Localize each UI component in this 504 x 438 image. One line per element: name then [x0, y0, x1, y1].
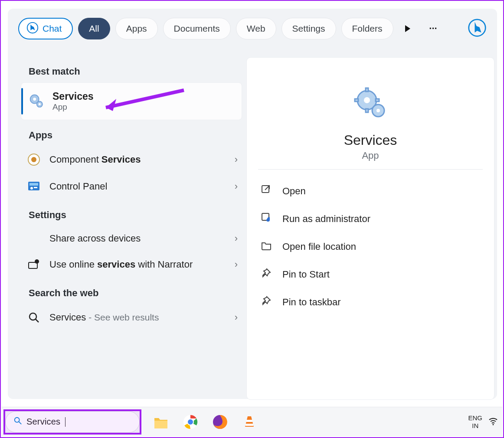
svg-rect-9: [29, 183, 38, 186]
group-best-match: Best match: [29, 66, 242, 77]
action-run-admin[interactable]: Run as administrator: [258, 207, 483, 231]
svg-point-13: [35, 259, 39, 264]
tab-documents[interactable]: Documents: [163, 18, 231, 39]
narrator-icon: [26, 258, 42, 271]
shield-icon: [261, 212, 272, 226]
apps-result-control-panel[interactable]: Control Panel ›: [21, 173, 242, 200]
action-open[interactable]: Open: [258, 179, 483, 203]
settings-result-share-devices[interactable]: Share across devices ›: [21, 226, 242, 251]
tab-all[interactable]: All: [78, 18, 110, 39]
svg-rect-20: [376, 99, 379, 101]
action-list: Open Run as administrator Open file loca…: [258, 179, 483, 314]
results-column: Best match Services App Apps Component S…: [21, 56, 242, 331]
chat-label: Chat: [43, 23, 62, 34]
svg-rect-35: [245, 424, 253, 426]
chat-pill[interactable]: Chat: [18, 18, 73, 39]
taskbar-app-icons: [153, 414, 258, 430]
open-icon: [261, 184, 272, 198]
taskbar-search-highlight: Services: [5, 411, 140, 433]
tab-web[interactable]: Web: [236, 18, 276, 39]
svg-rect-34: [246, 420, 252, 422]
best-match-item[interactable]: Services App: [21, 82, 242, 120]
svg-point-27: [15, 418, 20, 422]
group-settings: Settings: [29, 209, 242, 221]
svg-line-15: [36, 319, 39, 322]
svg-point-36: [493, 424, 494, 425]
services-large-icon: [353, 86, 388, 123]
services-app-icon: [27, 92, 45, 111]
svg-point-5: [39, 103, 41, 105]
taskbar-search-box[interactable]: Services: [5, 411, 140, 433]
svg-rect-11: [34, 187, 37, 188]
file-explorer-icon[interactable]: [153, 414, 169, 430]
chevron-right-icon: ›: [235, 181, 238, 192]
svg-point-7: [31, 157, 36, 162]
taskbar: Services ENG IN: [2, 407, 502, 436]
search-icon: [26, 311, 42, 324]
folder-icon: [261, 240, 272, 254]
chevron-right-icon: ›: [235, 233, 238, 244]
vlc-icon[interactable]: [241, 414, 258, 430]
action-pin-taskbar[interactable]: Pin to taskbar: [258, 290, 483, 314]
svg-rect-21: [355, 99, 358, 101]
svg-rect-29: [154, 421, 167, 428]
group-search-web: Search the web: [29, 288, 242, 299]
bing-chat-icon: [26, 21, 39, 36]
svg-point-17: [364, 97, 370, 103]
pin-icon: [261, 268, 272, 281]
chevron-right-icon: ›: [235, 312, 238, 323]
firefox-icon[interactable]: [212, 414, 228, 430]
detail-pane: Services App Open Run as administrator O…: [246, 57, 494, 400]
web-result-services[interactable]: Services - See web results ›: [21, 304, 242, 331]
svg-point-3: [33, 98, 36, 101]
language-indicator[interactable]: ENG IN: [468, 414, 482, 429]
pin-icon: [261, 295, 272, 309]
group-apps: Apps: [29, 130, 242, 141]
bing-logo-icon[interactable]: [468, 18, 487, 39]
chrome-icon[interactable]: [182, 414, 199, 430]
component-services-icon: [26, 153, 42, 166]
svg-point-32: [188, 419, 193, 425]
chevron-right-icon: ›: [235, 259, 238, 270]
detail-title: Services: [344, 132, 397, 148]
tab-settings[interactable]: Settings: [281, 18, 336, 39]
control-panel-icon: [26, 180, 42, 193]
best-match-title: Services: [52, 91, 94, 102]
svg-point-14: [29, 313, 36, 320]
tab-folders[interactable]: Folders: [341, 18, 393, 39]
windows-search-panel: Chat All Apps Documents Web Settings Fol…: [8, 9, 497, 399]
filter-tab-row: Chat All Apps Documents Web Settings Fol…: [8, 9, 497, 42]
detail-subtitle: App: [362, 150, 379, 161]
svg-rect-18: [366, 88, 368, 92]
wifi-icon[interactable]: [488, 416, 498, 428]
text-caret: [65, 417, 65, 427]
best-match-subtitle: App: [52, 102, 94, 112]
tab-more-arrow[interactable]: [401, 22, 414, 35]
action-open-location[interactable]: Open file location: [258, 235, 483, 259]
settings-result-narrator[interactable]: Use online services with Narrator ›: [21, 251, 242, 278]
search-icon: [13, 416, 22, 427]
selection-accent: [21, 88, 23, 114]
taskbar-system-tray: ENG IN: [468, 414, 502, 429]
taskbar-search-value: Services: [26, 417, 60, 427]
detail-header: Services App: [258, 69, 483, 170]
svg-line-28: [19, 422, 21, 424]
chevron-right-icon: ›: [235, 154, 238, 165]
svg-point-23: [376, 109, 380, 112]
apps-result-component-services[interactable]: Component Services ›: [21, 146, 242, 173]
tab-apps[interactable]: Apps: [115, 18, 158, 39]
svg-rect-19: [366, 109, 368, 112]
svg-point-10: [30, 187, 33, 190]
action-pin-start[interactable]: Pin to Start: [258, 262, 483, 287]
tab-overflow-button[interactable]: ···: [425, 23, 442, 34]
